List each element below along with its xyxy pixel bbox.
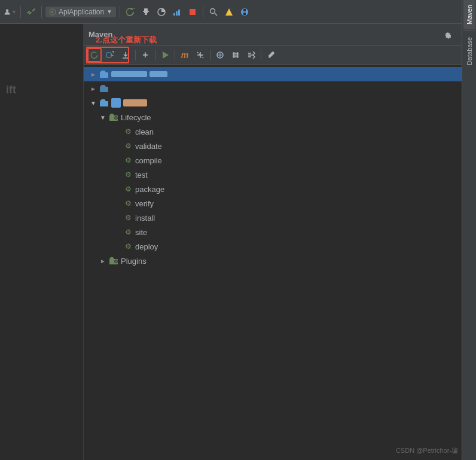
site-icon: ⚙ — [123, 227, 133, 237]
svg-rect-3 — [143, 11, 149, 12]
test-label: test — [135, 170, 148, 179]
maven-toolbar: 2.点这个重新下载 — [84, 45, 476, 65]
maven-settings-btn[interactable] — [440, 28, 454, 42]
top-toolbar: ▼ ApiApplication ▼ — [0, 0, 476, 24]
lifecycle-folder[interactable]: ▼ Lifecycle — [84, 110, 476, 124]
lifecycle-folder-icon — [109, 112, 118, 122]
svg-rect-4 — [145, 13, 147, 15]
clean-arrow — [112, 127, 122, 136]
download-maven-btn[interactable] — [118, 48, 133, 62]
coverage-top-icon[interactable] — [155, 5, 168, 19]
tree-row-project2[interactable]: ► — [84, 81, 476, 96]
wrench-config-icon[interactable] — [25, 5, 38, 19]
add-maven-btn[interactable]: + — [138, 48, 152, 62]
profile-top-icon[interactable] — [170, 5, 184, 19]
csdn-watermark: CSDN @Petrichor-璩 — [396, 446, 458, 455]
app-dropdown[interactable]: ApiApplication ▼ — [45, 7, 116, 17]
verify-label: verify — [135, 199, 154, 208]
svg-marker-12 — [225, 8, 233, 16]
svg-point-0 — [6, 9, 9, 12]
thread-dump-btn[interactable] — [228, 48, 243, 62]
svg-rect-14 — [243, 9, 246, 11]
update-top-icon[interactable] — [222, 5, 236, 19]
lifecycle-label: Lifecycle — [121, 113, 151, 122]
install-label: install — [135, 214, 155, 223]
project1-icon — [99, 69, 109, 79]
toolbar-vsep3 — [175, 50, 175, 60]
database-side-tab[interactable]: Database — [463, 32, 475, 70]
svg-rect-32 — [100, 87, 108, 92]
plugins-top-icon[interactable] — [238, 5, 251, 19]
validate-icon: ⚙ — [123, 141, 133, 151]
run-maven-btn[interactable] — [158, 48, 172, 62]
project3-name-blur — [111, 98, 121, 108]
left-panel-label: ift — [0, 24, 83, 96]
lifecycle-arrow: ▼ — [98, 112, 108, 122]
reload-maven-btn[interactable] — [87, 48, 102, 62]
app-name-label: ApiApplication — [59, 8, 104, 16]
tree-row-project3[interactable]: ▼ — [84, 96, 476, 110]
clean-label: clean — [135, 127, 154, 136]
tree-row-project1[interactable]: ► — [84, 67, 476, 81]
svg-rect-7 — [176, 11, 178, 16]
toggle-maven-btn[interactable] — [213, 48, 227, 62]
lifecycle-install[interactable]: ⚙ install — [84, 211, 476, 225]
wrench-maven-btn[interactable] — [264, 48, 278, 62]
site-arrow — [112, 227, 122, 237]
add-source-maven-btn[interactable] — [103, 48, 117, 62]
separator2 — [41, 6, 42, 18]
site-label: site — [135, 228, 147, 237]
arrow-project3: ▼ — [89, 98, 98, 108]
project1-name-blur — [111, 71, 147, 77]
arrow-project2: ► — [89, 84, 98, 93]
arrow-project1: ► — [89, 69, 98, 79]
plugins-label: Plugins — [121, 257, 147, 266]
svg-point-10 — [210, 8, 215, 13]
stop-top-icon[interactable] — [186, 5, 199, 19]
install-icon: ⚙ — [123, 213, 133, 223]
clean-icon: ⚙ — [123, 127, 133, 136]
svg-rect-8 — [178, 10, 180, 16]
validate-label: validate — [135, 142, 162, 151]
validate-arrow — [112, 141, 122, 151]
verify-icon: ⚙ — [123, 199, 133, 208]
project3-name-blur2 — [123, 99, 147, 106]
maven-title: Maven — [89, 30, 112, 39]
user-icon[interactable]: ▼ — [4, 5, 17, 19]
search-top-icon[interactable] — [207, 5, 220, 19]
lifecycle-compile[interactable]: ⚙ compile — [84, 153, 476, 167]
toolbar-vsep2 — [155, 50, 155, 60]
lifecycle-validate[interactable]: ⚙ validate — [84, 139, 476, 153]
left-panel: ift — [0, 24, 84, 460]
separator3 — [120, 6, 120, 18]
right-side-tabs: Maven Database — [462, 0, 476, 460]
side-tab-separator — [463, 31, 474, 31]
reload-top-icon[interactable] — [124, 5, 137, 19]
lifecycle-package[interactable]: ⚙ package — [84, 182, 476, 196]
test-icon: ⚙ — [123, 170, 133, 179]
lifecycle-test[interactable]: ⚙ test — [84, 167, 476, 182]
lifecycle-deploy[interactable]: ⚙ deploy — [84, 239, 476, 254]
main-layout: ift Maven T 2.点这个重新下载 — [0, 24, 476, 460]
collapse-maven-btn[interactable] — [244, 48, 258, 62]
package-arrow — [112, 184, 122, 194]
lifecycle-verify[interactable]: ⚙ verify — [84, 196, 476, 211]
debug-top-icon[interactable] — [139, 5, 152, 19]
package-label: package — [135, 185, 164, 194]
maven-icon-btn[interactable]: m — [178, 48, 192, 62]
deploy-label: deploy — [135, 242, 158, 251]
deploy-icon: ⚙ — [123, 242, 133, 251]
plugins-arrow: ► — [98, 256, 108, 266]
lifecycle-clean[interactable]: ⚙ clean — [84, 124, 476, 139]
test-arrow — [112, 170, 122, 179]
svg-marker-18 — [163, 51, 169, 59]
plugins-folder[interactable]: ► Plugins — [84, 254, 476, 268]
lifecycle-site[interactable]: ⚙ site — [84, 225, 476, 239]
skip-test-maven-btn[interactable] — [193, 48, 208, 62]
toolbar-vsep1 — [135, 50, 136, 60]
maven-panel: Maven T 2.点这个重新下载 — [84, 24, 476, 460]
maven-side-tab[interactable]: Maven — [463, 0, 475, 29]
project1-name-blur2 — [149, 71, 167, 77]
verify-arrow — [112, 199, 122, 208]
svg-rect-15 — [243, 13, 246, 15]
